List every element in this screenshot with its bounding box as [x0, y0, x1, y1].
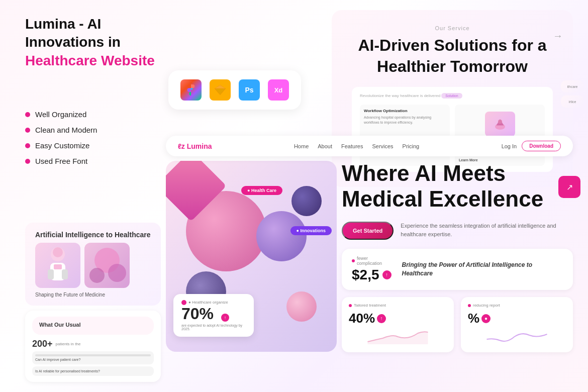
svg-point-10	[108, 264, 126, 282]
stats-card: ● Healthcare organize 70% ↑ are expected…	[173, 294, 254, 337]
shapes-container: ● Health Care ● Innovations ● Healthcare…	[166, 161, 337, 352]
left-bottom-panel: Artificial Intelligence to Healthcare	[25, 223, 161, 382]
what-our-text: What Our	[39, 322, 64, 328]
stat2-amount: %	[468, 311, 479, 326]
service-card: Our Service AI-Driven Solutions for a He…	[332, 10, 573, 187]
sketch-icon	[210, 79, 231, 101]
svg-rect-8	[62, 269, 68, 279]
hero-title-line1: Where AI Meets	[342, 161, 506, 185]
ai-medical-image	[485, 112, 515, 137]
tool-icons-panel: Ps Xd	[168, 70, 301, 110]
price-value: $2,5 ↑	[352, 267, 394, 283]
patient-label: patients in the	[56, 342, 81, 346]
title-part1: Lumina - AI Innovations in	[25, 16, 121, 50]
navbar: ℓz Lumina Home About Features Services P…	[166, 136, 573, 156]
shape-small-pink	[286, 291, 317, 322]
stat2-label: reducing report	[468, 303, 566, 308]
ai-medical-card: AI-Powered Medical Advanced analysis of …	[455, 105, 545, 166]
feature-label: Easy Customize	[35, 141, 89, 150]
shape-dark2	[291, 186, 322, 216]
ai-images	[35, 243, 151, 288]
q1-line	[35, 354, 151, 356]
nav-pricing[interactable]: Pricing	[403, 143, 420, 149]
ps-icon: Ps	[239, 79, 260, 101]
features-list: Well Organized Clean and Modern Easy Cus…	[25, 110, 166, 165]
stat1-amount: 40%	[349, 311, 375, 326]
stat1-arrow-icon: ↑	[377, 314, 386, 323]
q2-text: Is AI reliable for personalised treatmen…	[35, 369, 151, 373]
list-item: Easy Customize	[25, 141, 166, 150]
hero-3d-section: ● Health Care ● Innovations ● Healthcare…	[166, 161, 337, 352]
nav-features[interactable]: Features	[341, 143, 363, 149]
price-info: fewer complication $2,5 ↑	[352, 256, 394, 283]
service-mini-ui: Revolutionize the way healthcare is deli…	[352, 87, 553, 172]
nav-services[interactable]: Services	[372, 143, 393, 149]
arrow-icon: →	[553, 30, 563, 42]
list-item: Used Free Font	[25, 157, 166, 165]
solution-button[interactable]: Solution	[441, 93, 462, 99]
q1-card: Can AI improve patient care?	[32, 351, 154, 364]
ps-label: Ps	[245, 86, 253, 94]
main-title: Lumina - AI Innovations in Healthcare We…	[25, 15, 166, 70]
workflow-title: Workflow Optimization	[364, 109, 446, 113]
service-mini-header: Revolutionize the way healthcare is deli…	[360, 93, 545, 102]
price-label-text: fewer complication	[357, 256, 394, 266]
health-care-tag: ● Health Care	[241, 186, 282, 195]
stat1-value: 40% ↑	[349, 311, 447, 326]
stat2-card: reducing report % ●	[461, 297, 573, 352]
svg-rect-5	[54, 264, 62, 269]
navbar-logo: ℓz Lumina	[178, 142, 212, 150]
price-label: fewer complication	[352, 256, 394, 266]
xd-label: Xd	[274, 86, 283, 94]
revolutionize-text: Revolutionize the way healthcare is deli…	[360, 93, 440, 98]
stat1-label-text: Tailored treatment	[354, 303, 386, 308]
nav-about[interactable]: About	[318, 143, 332, 149]
pink-arrow-button[interactable]: ↗	[558, 176, 580, 198]
bullet-dot	[25, 159, 30, 164]
stats-percent: 70% ↑	[181, 305, 246, 323]
what-our-card: What Our Usual	[32, 317, 154, 335]
strip-item-2: irtice	[561, 95, 584, 108]
counter-row: 200+ patients in the	[32, 339, 154, 349]
xd-icon: Xd	[268, 79, 289, 101]
ai-image-2	[84, 243, 130, 288]
title-part2: Healthcare Website	[25, 53, 155, 68]
service-title: AI-Driven Solutions for a Healthier Tomo…	[352, 35, 553, 77]
price-dot	[352, 259, 355, 262]
get-started-row: Get Started Experience the seamless inte…	[342, 222, 573, 240]
service-label: Our Service	[352, 25, 553, 31]
ai-image-1	[35, 243, 80, 288]
feature-label: Clean and Modern	[35, 126, 97, 134]
hero-main-title: Where AI Meets Medical Excellence	[342, 161, 573, 212]
feature-label: Used Free Font	[35, 157, 87, 165]
svg-point-2	[498, 120, 502, 124]
mobile-preview: What Our Usual 200+ patients in the Can …	[25, 311, 161, 382]
q2-card: Is AI reliable for personalised treatmen…	[32, 366, 154, 376]
bullet-dot	[25, 143, 30, 148]
bullet-dot	[25, 112, 30, 117]
svg-rect-7	[48, 269, 54, 279]
navbar-nav: Home About Features Services Pricing	[294, 143, 419, 149]
nav-home[interactable]: Home	[294, 143, 309, 149]
power-text: Bringing the Power of Artificial Intelli…	[402, 261, 563, 278]
hero-title-line2: Medical Excellence	[342, 186, 543, 211]
login-link[interactable]: Log In	[502, 143, 517, 149]
ai-card-title: Artificial Intelligence to Healthcare	[35, 231, 151, 239]
stat1-label: Tailored treatment	[349, 303, 447, 308]
price-amount: $2,5	[352, 267, 379, 283]
stat1-chart	[349, 329, 447, 344]
svg-point-6	[53, 247, 63, 257]
get-started-desc: Experience the seamless integration of a…	[401, 222, 573, 238]
download-button[interactable]: Download	[522, 141, 561, 151]
get-started-button[interactable]: Get Started	[342, 222, 394, 240]
page-content: Lumina - AI Innovations in Healthcare We…	[0, 0, 588, 392]
mobile-mini-content: 200+ patients in the Can AI improve pati…	[32, 339, 154, 376]
what-our-title: What Our Usual	[39, 322, 147, 328]
innovations-label: ● Innovations	[297, 228, 326, 233]
stat1-dot	[349, 304, 352, 307]
feature-label: Well Organized	[35, 110, 86, 119]
bullet-dot	[25, 128, 30, 133]
stats-desc: are expected to adopt AI technology by 2…	[181, 324, 246, 331]
stat2-label-text: reducing report	[473, 303, 500, 308]
stat2-value: % ●	[468, 311, 566, 326]
